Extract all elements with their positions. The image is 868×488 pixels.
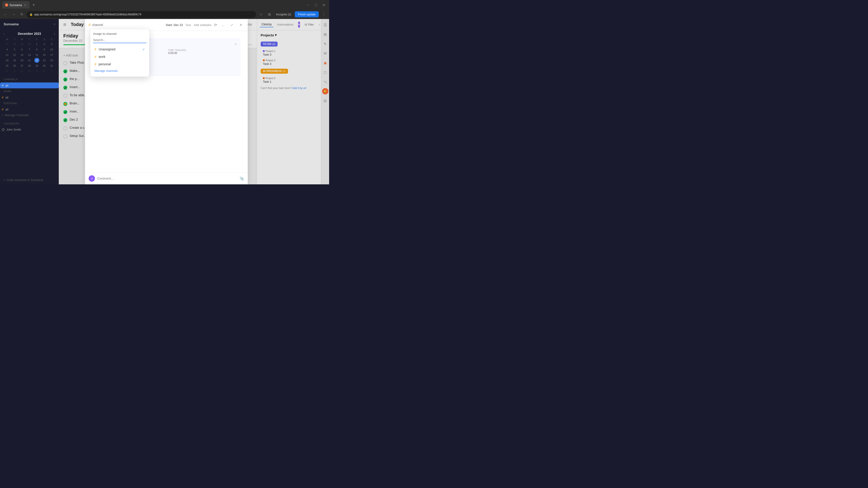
- channel-option-work[interactable]: # work: [93, 53, 147, 60]
- lock-icon: 🔒: [29, 13, 33, 16]
- extensions-button[interactable]: ⊞: [266, 11, 272, 18]
- comment-input[interactable]: [97, 177, 237, 180]
- new-tab-button[interactable]: +: [31, 2, 37, 8]
- channel-tag[interactable]: # channel: [89, 23, 103, 27]
- url-text: app.sunsama.com/group/17031827644696380?…: [34, 13, 142, 16]
- attach-button[interactable]: 📎: [240, 176, 244, 181]
- window-close[interactable]: ✕: [320, 2, 327, 8]
- forward-button[interactable]: →: [10, 11, 17, 18]
- incognito-indicator: Incognito (2): [274, 12, 293, 17]
- channel-option-label: work: [98, 55, 105, 59]
- comment-input-row: J 📎: [89, 175, 244, 182]
- url-bar-row: ← → ↻ 🔒 app.sunsama.com/group/1703182764…: [0, 10, 329, 19]
- time-tracked-label: TIME TRACKED 0:00:00: [168, 49, 237, 55]
- hash-icon: #: [94, 55, 96, 59]
- hash-icon: #: [94, 47, 96, 51]
- due-date[interactable]: Due: [186, 23, 191, 27]
- channel-option-label: Unassigned: [98, 47, 115, 51]
- comment-area: J 📎: [85, 172, 248, 184]
- window-minimize[interactable]: −: [305, 2, 311, 8]
- browser-chrome: S Sunsama ✕ + − □ ✕: [0, 0, 329, 10]
- url-bar[interactable]: 🔒 app.sunsama.com/group/1703182764469638…: [27, 11, 256, 18]
- back-button[interactable]: ←: [2, 11, 8, 18]
- sync-icon[interactable]: ⟳: [214, 23, 217, 27]
- incognito-label: Incognito (2): [276, 13, 291, 16]
- channel-option-personal[interactable]: # personal: [93, 60, 147, 68]
- finish-update-button[interactable]: Finish update: [295, 11, 319, 18]
- channel-option-unassigned[interactable]: # Unassigned ✓: [93, 45, 147, 53]
- hash-icon: #: [89, 23, 91, 27]
- add-subtasks[interactable]: Add subtasks: [194, 23, 211, 27]
- tab-title: Sunsama: [9, 3, 22, 7]
- channel-option-label: personal: [98, 62, 111, 66]
- close-button[interactable]: ✕: [238, 22, 244, 28]
- assign-channel-label: Assign to channel:: [93, 32, 147, 35]
- selected-checkmark-icon: ✓: [143, 47, 145, 51]
- task-meta: Start: Dec 23 Due Add subtasks ⟳ … ⤢ ✕: [166, 22, 244, 28]
- commenter-avatar: J: [89, 175, 95, 182]
- tab-favicon: S: [5, 3, 8, 6]
- bookmark-button[interactable]: ☆: [258, 11, 264, 18]
- channel-label: channel: [92, 23, 103, 27]
- more-options-button[interactable]: …: [220, 22, 226, 28]
- hash-icon: #: [94, 62, 96, 66]
- channel-dropdown: Assign to channel: # Unassigned ✓ # work…: [90, 29, 149, 76]
- window-controls: − □ ✕: [305, 2, 327, 8]
- channel-search-input[interactable]: [93, 37, 147, 43]
- active-tab[interactable]: S Sunsama ✕: [2, 1, 30, 8]
- time-tracked-label-text: TIME TRACKED: [168, 49, 237, 52]
- open-external-button[interactable]: ↗: [234, 42, 237, 46]
- time-tracked-value: 0:00:00: [168, 52, 237, 55]
- browser-tabs: S Sunsama ✕ +: [2, 0, 37, 10]
- refresh-button[interactable]: ↻: [19, 11, 25, 18]
- window-maximize[interactable]: □: [313, 2, 319, 8]
- close-tab-button[interactable]: ✕: [23, 3, 27, 7]
- expand-button[interactable]: ⤢: [229, 22, 235, 28]
- start-date[interactable]: Start: Dec 23: [166, 23, 183, 27]
- manage-channels-link[interactable]: Manage channels: [93, 68, 147, 74]
- browser-menu-button[interactable]: ⋮: [320, 11, 327, 18]
